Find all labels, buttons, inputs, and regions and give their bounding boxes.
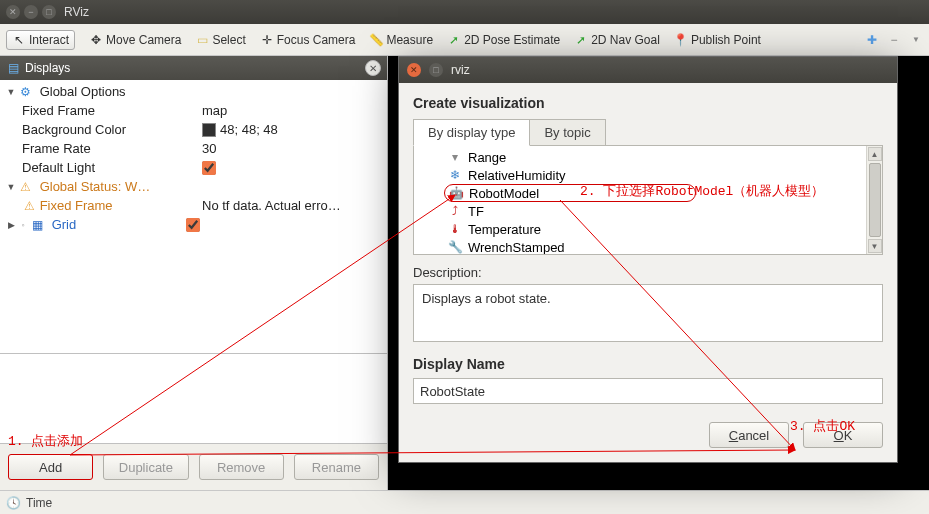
measure-tool[interactable]: 📏 Measure (369, 33, 433, 47)
display-name-label: Display Name (413, 356, 883, 372)
list-item-humidity[interactable]: ❄RelativeHumidity (414, 166, 866, 184)
list-item-temperature[interactable]: 🌡Temperature (414, 220, 866, 238)
warning-icon: ⚠ (22, 199, 36, 213)
chevron-down-icon[interactable]: ▼ (909, 33, 923, 47)
gear-icon: ⚙ (18, 85, 32, 99)
scroll-down-icon[interactable]: ▼ (868, 239, 882, 253)
scroll-up-icon[interactable]: ▲ (868, 147, 882, 161)
arrow-icon: ➚ (574, 33, 588, 47)
display-type-pane: ▾Range ❄RelativeHumidity 🤖RobotModel ⤴TF… (413, 145, 883, 255)
dialog-heading: Create visualization (413, 95, 883, 111)
dialog-titlebar[interactable]: ✕ □ rviz (399, 57, 897, 83)
display-name-input[interactable] (413, 378, 883, 404)
pin-icon: 📍 (674, 33, 688, 47)
time-panel: 🕓 Time (0, 490, 929, 514)
panel-icon: ▤ (6, 61, 20, 75)
publish-point-tool[interactable]: 📍 Publish Point (674, 33, 761, 47)
main-toolbar: ↖ Interact ✥ Move Camera ▭ Select ✛ Focu… (0, 24, 929, 56)
list-item-wrench[interactable]: 🔧WrenchStamped (414, 238, 866, 255)
crosshair-icon: ✛ (260, 33, 274, 47)
wrench-icon: 🔧 (448, 240, 462, 254)
displays-buttons: Add Duplicate Remove Rename (0, 444, 387, 490)
prop-frame-rate[interactable]: Frame Rate 30 (0, 139, 387, 158)
grid-icon: ▦ (30, 218, 44, 232)
close-icon[interactable]: ✕ (6, 5, 20, 19)
scroll-thumb[interactable] (869, 163, 881, 237)
close-panel-icon[interactable]: ✕ (365, 60, 381, 76)
dialog-tabs: By display type By topic (413, 119, 883, 145)
cancel-button[interactable]: Cancel (709, 422, 789, 448)
displays-panel-header[interactable]: ▤ Displays ✕ (0, 56, 387, 80)
move-camera-tool[interactable]: ✥ Move Camera (89, 33, 181, 47)
move-icon: ✥ (89, 33, 103, 47)
plus-icon[interactable]: ✚ (865, 33, 879, 47)
list-scrollbar[interactable]: ▲ ▼ (866, 146, 882, 254)
displays-panel: ▤ Displays ✕ ▼⚙ Global Options Fixed Fra… (0, 56, 388, 490)
list-item-robotmodel[interactable]: 🤖RobotModel (444, 184, 696, 202)
description-label: Description: (413, 265, 883, 280)
default-light-checkbox[interactable] (202, 161, 216, 175)
select-icon: ▭ (195, 33, 209, 47)
pose-estimate-tool[interactable]: ➚ 2D Pose Estimate (447, 33, 560, 47)
prop-background-color[interactable]: Background Color 48; 48; 48 (0, 120, 387, 139)
axes-icon: ⤴ (448, 204, 462, 218)
pointer-icon: ↖ (12, 33, 26, 47)
displays-tree[interactable]: ▼⚙ Global Options Fixed Frame map Backgr… (0, 80, 387, 354)
nav-goal-tool[interactable]: ➚ 2D Nav Goal (574, 33, 660, 47)
description-box: Displays a robot state. (413, 284, 883, 342)
tab-by-display-type[interactable]: By display type (413, 119, 530, 146)
ok-button[interactable]: OK (803, 422, 883, 448)
clock-icon: 🕓 (6, 496, 20, 510)
property-description (0, 354, 387, 444)
focus-camera-tool[interactable]: ✛ Focus Camera (260, 33, 356, 47)
display-type-list[interactable]: ▾Range ❄RelativeHumidity 🤖RobotModel ⤴TF… (414, 146, 866, 254)
tree-item-grid[interactable]: ▶◦▦ Grid (0, 215, 387, 234)
minus-icon[interactable]: − (887, 33, 901, 47)
dialog-window-icon[interactable]: □ (429, 63, 443, 77)
main-titlebar: ✕ − □ RViz (0, 0, 929, 24)
warning-icon: ⚠ (18, 180, 32, 194)
main-window-title: RViz (64, 5, 89, 19)
tab-by-topic[interactable]: By topic (530, 119, 605, 145)
create-visualization-dialog: ✕ □ rviz Create visualization By display… (398, 56, 898, 463)
tree-item-global-options[interactable]: ▼⚙ Global Options (0, 82, 387, 101)
grid-checkbox[interactable] (186, 218, 200, 232)
range-icon: ▾ (448, 150, 462, 164)
minimize-icon[interactable]: − (24, 5, 38, 19)
rename-button[interactable]: Rename (294, 454, 379, 480)
prop-status-fixed-frame[interactable]: ⚠ Fixed Frame No tf data. Actual erro… (0, 196, 387, 215)
humidity-icon: ❄ (448, 168, 462, 182)
add-button[interactable]: Add (8, 454, 93, 480)
color-swatch[interactable] (202, 123, 216, 137)
prop-default-light[interactable]: Default Light (0, 158, 387, 177)
remove-button[interactable]: Remove (199, 454, 284, 480)
close-dialog-icon[interactable]: ✕ (407, 63, 421, 77)
arrow-icon: ➚ (447, 33, 461, 47)
select-tool[interactable]: ▭ Select (195, 33, 245, 47)
interact-tool[interactable]: ↖ Interact (6, 30, 75, 50)
robot-icon: 🤖 (449, 186, 463, 200)
list-item-tf[interactable]: ⤴TF (414, 202, 866, 220)
ruler-icon: 📏 (369, 33, 383, 47)
list-item-range[interactable]: ▾Range (414, 148, 866, 166)
maximize-icon[interactable]: □ (42, 5, 56, 19)
tree-item-global-status[interactable]: ▼⚠ Global Status: W… (0, 177, 387, 196)
duplicate-button[interactable]: Duplicate (103, 454, 188, 480)
prop-fixed-frame[interactable]: Fixed Frame map (0, 101, 387, 120)
thermometer-icon: 🌡 (448, 222, 462, 236)
